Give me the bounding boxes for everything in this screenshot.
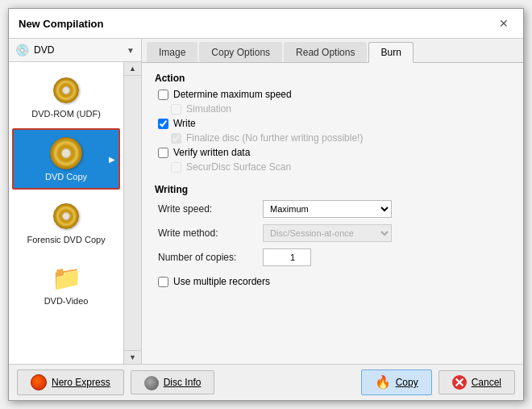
chevron-down-icon: ▼: [127, 46, 135, 55]
scroll-up-button[interactable]: ▲: [124, 62, 141, 76]
checkbox-row-securedisc: SecurDisc Surface Scan: [171, 161, 510, 173]
sidebar-item-dvd-rom[interactable]: DVD-ROM (UDF): [12, 67, 120, 125]
verify-label: Verify written data: [173, 147, 250, 158]
write-speed-label: Write speed:: [158, 203, 263, 215]
disc-info-button[interactable]: Disc Info: [131, 370, 215, 394]
title-bar: New Compilation ✕: [9, 9, 523, 39]
close-button[interactable]: ✕: [494, 15, 513, 31]
dialog-title: New Compilation: [19, 18, 103, 30]
checkbox-row-write: Write: [158, 118, 510, 129]
write-method-control: Disc/Session-at-once Track-at-once Packe…: [263, 224, 510, 242]
dvd-video-icon: 📁: [47, 261, 85, 294]
copy-button[interactable]: 🔥 Copy: [361, 369, 432, 395]
disc-selector-label: DVD: [34, 44, 127, 56]
checkbox-row-verify: Verify written data: [158, 147, 510, 158]
writing-section-title: Writing: [155, 184, 510, 195]
copy-icon: 🔥: [375, 374, 391, 390]
checkbox-row-use-multiple: Use multiple recorders: [158, 276, 510, 287]
num-copies-row: Number of copies:: [158, 248, 510, 266]
disc-info-label: Disc Info: [164, 377, 202, 388]
dvd-copy-icon: [47, 136, 85, 170]
cancel-label: Cancel: [472, 377, 501, 388]
bottom-bar: Nero Express Disc Info 🔥 Copy ✕ Cancel: [9, 364, 523, 400]
action-section-title: Action: [155, 73, 510, 84]
scroll-down-button[interactable]: ▼: [124, 350, 141, 364]
sidebar-item-label: DVD-ROM (UDF): [31, 109, 101, 119]
tab-copy-options[interactable]: Copy Options: [199, 42, 282, 62]
write-method-row: Write method: Disc/Session-at-once Track…: [158, 224, 510, 242]
write-speed-row: Write speed: Maximum 1x 2x 4x 8x 16x: [158, 200, 510, 218]
tab-content-burn: Action Determine maximum speed Simulatio…: [142, 63, 523, 364]
write-speed-control: Maximum 1x 2x 4x 8x 16x: [263, 200, 510, 218]
max-speed-checkbox[interactable]: [158, 90, 168, 100]
right-panel: Image Copy Options Read Options Burn Act…: [142, 39, 523, 364]
sidebar-item-label: DVD-Video: [44, 296, 89, 306]
writing-section: Writing Write speed: Maximum 1x 2x 4x 8x: [155, 184, 510, 287]
write-method-label: Write method:: [158, 227, 263, 239]
max-speed-label: Determine maximum speed: [173, 89, 292, 100]
use-multiple-checkbox[interactable]: [158, 277, 168, 287]
num-copies-input[interactable]: [263, 248, 311, 266]
disc-selector[interactable]: 💿 DVD ▼: [9, 39, 141, 62]
checkbox-row-max-speed: Determine maximum speed: [158, 89, 510, 100]
tab-read-options[interactable]: Read Options: [284, 42, 367, 62]
left-items-scroll: DVD-ROM (UDF) DVD Copy ▶: [9, 62, 123, 364]
write-checkbox[interactable]: [158, 119, 168, 129]
nero-express-icon: [31, 374, 47, 390]
nero-express-label: Nero Express: [52, 377, 110, 388]
finalize-label: Finalize disc (No further writing possib…: [186, 132, 363, 144]
left-panel-body: DVD-ROM (UDF) DVD Copy ▶: [9, 62, 141, 364]
sidebar-item-dvd-video[interactable]: 📁 DVD-Video: [12, 254, 120, 312]
tab-image[interactable]: Image: [147, 42, 197, 62]
sidebar-item-label: DVD Copy: [45, 172, 87, 182]
scroll-arrows: ▲ ▼: [123, 62, 141, 364]
simulation-label: Simulation: [186, 103, 231, 115]
securedisc-checkbox[interactable]: [171, 162, 181, 173]
arrow-right-icon: ▶: [109, 155, 115, 164]
content-area: 💿 DVD ▼ DVD-ROM (UDF): [9, 39, 523, 364]
copy-label: Copy: [396, 377, 418, 388]
disc-selector-icon: 💿: [15, 44, 29, 56]
sidebar-item-forensic-dvd[interactable]: Forensic DVD Copy: [12, 193, 120, 251]
tab-burn[interactable]: Burn: [368, 42, 413, 63]
nero-express-button[interactable]: Nero Express: [17, 369, 124, 395]
write-speed-select[interactable]: Maximum 1x 2x 4x 8x 16x: [263, 200, 392, 218]
forensic-dvd-icon: [47, 199, 85, 233]
disc-info-icon: [144, 376, 159, 390]
dialog-window: New Compilation ✕ 💿 DVD ▼ DVD-ROM (: [8, 8, 524, 401]
use-multiple-label: Use multiple recorders: [173, 276, 270, 287]
write-label: Write: [173, 118, 196, 129]
dvd-rom-icon: [47, 73, 85, 107]
checkbox-row-simulation: Simulation: [171, 103, 510, 115]
left-panel: 💿 DVD ▼ DVD-ROM (UDF): [9, 39, 142, 364]
sidebar-item-dvd-copy[interactable]: DVD Copy ▶: [12, 128, 120, 190]
tabs-bar: Image Copy Options Read Options Burn: [142, 39, 523, 63]
cancel-button[interactable]: ✕ Cancel: [438, 370, 515, 394]
sidebar-item-label: Forensic DVD Copy: [27, 235, 105, 244]
num-copies-control: [263, 248, 510, 266]
securedisc-label: SecurDisc Surface Scan: [186, 161, 291, 173]
write-method-select[interactable]: Disc/Session-at-once Track-at-once Packe…: [263, 224, 392, 242]
cancel-icon: ✕: [452, 375, 467, 390]
finalize-checkbox[interactable]: [171, 133, 181, 144]
simulation-checkbox[interactable]: [171, 104, 181, 115]
verify-checkbox[interactable]: [158, 148, 168, 158]
num-copies-label: Number of copies:: [158, 252, 263, 263]
checkbox-row-finalize: Finalize disc (No further writing possib…: [171, 132, 510, 144]
